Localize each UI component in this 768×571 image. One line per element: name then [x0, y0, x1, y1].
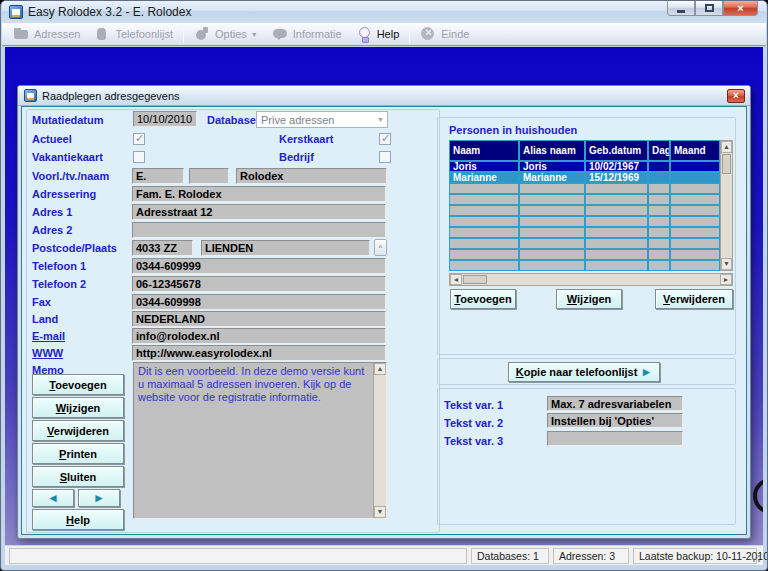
toolbar-item-help[interactable]: Help	[349, 25, 407, 44]
telefoon1-label: Telefoon 1	[32, 260, 86, 272]
table-cell-empty	[670, 194, 720, 205]
mutatiedatum-label: Mutatiedatum	[32, 114, 104, 126]
table-cell[interactable]: 10/02/1967	[585, 161, 648, 172]
dialog-title: Raadplegen adresgegevens	[42, 90, 180, 102]
table-horizontal-scrollbar[interactable]: ◄ ►	[449, 273, 733, 286]
resize-grip[interactable]	[750, 552, 762, 564]
mutatiedatum-field: 10/10/2010	[133, 111, 197, 127]
table-header-cell: Naam	[449, 140, 519, 161]
scroll-up-icon[interactable]: ▲	[721, 141, 732, 153]
tekstvar1-label: Tekst var. 1	[444, 399, 503, 411]
memo-field: Dit is een voorbeeld. In deze demo versi…	[133, 362, 387, 519]
table-cell[interactable]: Joris	[449, 161, 519, 172]
table-cell-empty	[670, 249, 720, 260]
scrollbar-thumb[interactable]	[722, 154, 731, 174]
tekstvar2-field: Instellen bij 'Opties'	[547, 413, 683, 428]
verwijderen-button[interactable]: Verwijderen	[32, 420, 124, 441]
table-cell-empty	[585, 249, 648, 260]
table-cell[interactable]	[648, 161, 670, 172]
table-cell[interactable]: Joris	[519, 161, 585, 172]
options-icon	[194, 26, 210, 42]
status-panel-main	[9, 548, 467, 564]
scrollbar-thumb[interactable]	[463, 275, 487, 284]
table-header-cell: Alias naam	[519, 140, 585, 161]
status-panel-backup: Laatste backup: 10-11-2010	[633, 548, 757, 564]
database-select: Prive adressen ▼	[256, 111, 388, 128]
table-cell-empty	[648, 216, 670, 227]
maximize-icon	[705, 4, 714, 12]
window-titlebar[interactable]: Easy Rolodex 3.2 - E. Rolodex ×	[2, 1, 766, 23]
postcode-label: Postcode/Plaats	[32, 242, 117, 254]
kerstkaart-checkbox	[379, 133, 391, 145]
client-area: Raadplegen adresgegevens × Mutatiedatum …	[5, 47, 763, 547]
www-link-label[interactable]: WWW	[32, 347, 63, 359]
application-window: Easy Rolodex 3.2 - E. Rolodex × Adressen…	[0, 0, 768, 571]
table-header-cell: Geb.datum	[585, 140, 648, 161]
table-cell-empty	[648, 194, 670, 205]
scroll-up-icon[interactable]: ▲	[374, 363, 386, 375]
household-table[interactable]: Naam Alias naam Geb.datum Dag Maand Jori…	[449, 140, 720, 271]
adressering-label: Adressering	[32, 188, 96, 200]
table-cell[interactable]	[670, 172, 720, 183]
telefoon2-field: 06-12345678	[132, 276, 386, 292]
table-cell-empty	[648, 227, 670, 238]
household-wijzigen-button[interactable]: Wijzigen	[556, 289, 622, 309]
table-vertical-scrollbar[interactable]: ▲ ▼	[720, 140, 733, 271]
actueel-label: Actueel	[32, 133, 72, 145]
dialog-titlebar[interactable]: Raadplegen adresgegevens ×	[18, 86, 750, 106]
arrow-right-icon: ►	[93, 491, 105, 505]
toevoegen-button[interactable]: Toevoegen	[32, 374, 124, 395]
table-cell-empty	[519, 249, 585, 260]
adres2-label: Adres 2	[32, 224, 72, 236]
adres2-field	[132, 222, 386, 238]
toolbar-item-opties: Opties ▼	[187, 25, 265, 44]
table-header-cell: Maand	[670, 140, 720, 161]
scroll-down-icon[interactable]: ▼	[374, 506, 386, 518]
printen-button[interactable]: Printen	[32, 443, 124, 464]
table-cell-empty	[585, 205, 648, 216]
email-link-label[interactable]: E-mail	[32, 330, 65, 342]
tussenvoegsel-field	[189, 168, 229, 184]
close-button[interactable]: ×	[723, 1, 758, 16]
status-bar: Databases: 1 Adressen: 3 Laatste backup:…	[5, 545, 763, 565]
household-toevoegen-button[interactable]: Toevoegen	[450, 289, 516, 309]
table-cell-empty	[670, 216, 720, 227]
household-verwijderen-button[interactable]: Verwijderen	[655, 289, 733, 309]
phone-list-icon	[94, 26, 110, 42]
scroll-down-icon[interactable]: ▼	[721, 258, 732, 270]
table-cell-empty	[648, 249, 670, 260]
dialog-raadplegen-adresgegevens: Raadplegen adresgegevens × Mutatiedatum …	[17, 85, 751, 539]
table-cell[interactable]: 15/12/1969	[585, 172, 648, 183]
toolbar-separator	[183, 26, 184, 43]
arrow-right-icon: ►	[640, 365, 652, 379]
table-cell-empty	[519, 183, 585, 194]
land-label: Land	[32, 313, 58, 325]
vakantiekaart-checkbox	[133, 151, 145, 163]
toolbar-item-adressen: Adressen	[6, 25, 87, 44]
postcode-field: 4033 ZZ	[132, 240, 193, 256]
table-cell[interactable]	[648, 172, 670, 183]
table-cell-empty	[670, 238, 720, 249]
previous-record-button[interactable]: ◄	[32, 489, 74, 507]
plaats-expand-button[interactable]: ^	[374, 239, 387, 256]
minimize-button[interactable]	[667, 1, 695, 16]
toolbar-item-telefoonlijst: Telefoonlijst	[87, 25, 179, 44]
table-cell[interactable]	[670, 161, 720, 172]
table-cell-empty	[519, 260, 585, 271]
tekstvar2-label: Tekst var. 2	[444, 417, 503, 429]
kopie-naar-telefoonlijst-button[interactable]: Kopie naar telefoonlijst ►	[508, 362, 660, 382]
memo-text: Dit is een voorbeeld. In deze demo versi…	[138, 365, 364, 403]
memo-scrollbar[interactable]: ▲ ▼	[373, 363, 386, 518]
sluiten-button[interactable]: Sluiten	[32, 466, 124, 487]
table-cell[interactable]: Marianne	[449, 172, 519, 183]
adres1-label: Adres 1	[32, 206, 72, 218]
scroll-left-icon[interactable]: ◄	[450, 274, 462, 285]
maximize-button[interactable]	[695, 1, 723, 16]
help-button[interactable]: Help	[32, 509, 124, 530]
scroll-right-icon[interactable]: ►	[720, 274, 732, 285]
dialog-close-button[interactable]: ×	[727, 89, 745, 103]
table-cell[interactable]: Marianne	[519, 172, 585, 183]
next-record-button[interactable]: ►	[78, 489, 120, 507]
status-panel-databases: Databases: 1	[471, 548, 549, 564]
wijzigen-button[interactable]: Wijzigen	[32, 397, 124, 418]
